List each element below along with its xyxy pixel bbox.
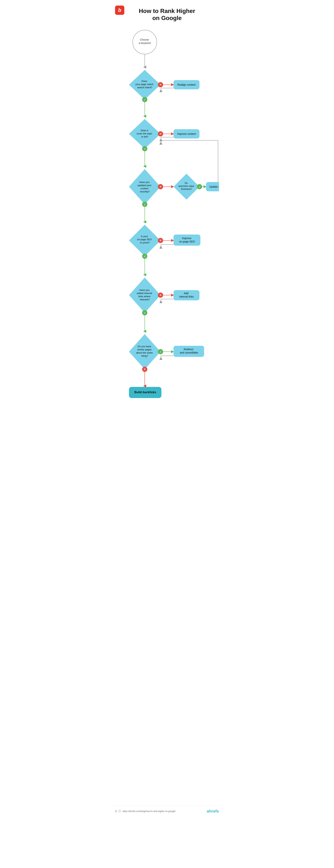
flowchart-svg: Choose a keyword Does your page match se…: [115, 25, 219, 804]
q2-yes-check: ✓: [144, 148, 146, 150]
q7-no-x: ✕: [144, 368, 146, 371]
page-title: How to Rank Higher on Google: [139, 7, 195, 22]
page: b How to Rank Higher on Google: [111, 0, 223, 820]
footer-brand: ahrefs: [207, 809, 219, 814]
q3-diamond: [129, 169, 161, 204]
q5-no-x: ✕: [159, 239, 162, 242]
q4-yes-check: ✓: [198, 186, 201, 188]
q3-no-x: ✕: [159, 185, 162, 188]
q6-no-x: ✕: [159, 294, 162, 297]
q2-no-x: ✕: [159, 132, 162, 135]
footer-url: https://ahrefs.com/blog/how-to-rank-high…: [122, 810, 175, 812]
flowchart: Choose a keyword Does your page match se…: [111, 25, 223, 804]
footer-left: © ⓘ https://ahrefs.com/blog/how-to-rank-…: [115, 810, 175, 813]
q3-yes-check: ✓: [144, 203, 146, 206]
cc-icon: ©: [115, 810, 117, 813]
logo: b: [115, 6, 124, 15]
a1-label: Realign content: [177, 83, 195, 86]
footer: © ⓘ https://ahrefs.com/blog/how-to-rank-…: [111, 806, 223, 816]
info-icon: ⓘ: [118, 810, 121, 813]
a3-label: Update content: [209, 185, 219, 188]
header: b How to Rank Higher on Google: [111, 4, 223, 25]
q5-yes-check: ✓: [144, 255, 146, 258]
q1-no-x: ✕: [159, 83, 162, 86]
q7-yes-check: ✓: [160, 350, 162, 353]
q6-yes-check: ✓: [144, 312, 146, 314]
q1-yes-check: ✓: [144, 98, 146, 101]
final-label: Build backlinks: [134, 391, 156, 394]
a2-label: Improve content: [177, 132, 196, 135]
